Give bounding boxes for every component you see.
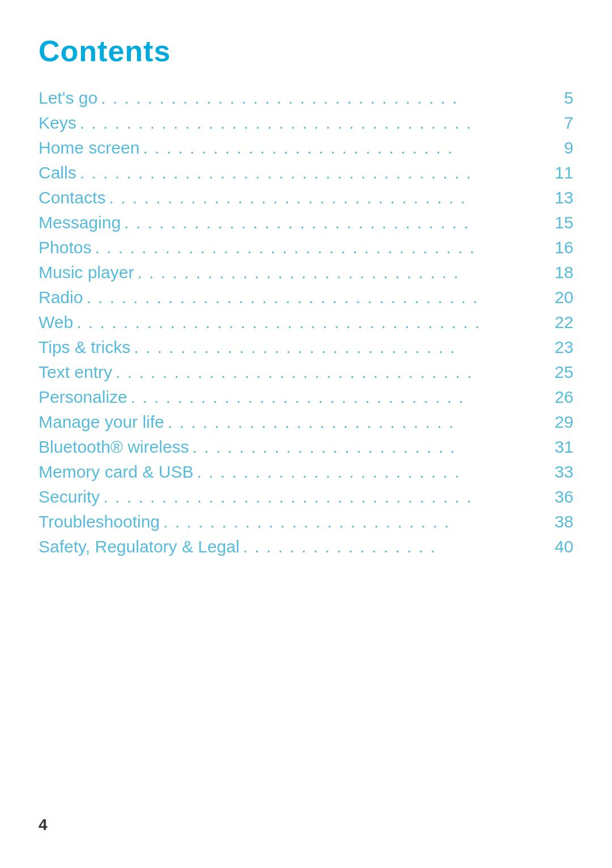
toc-page-number: 18 (555, 263, 573, 282)
toc-item: Safety, Regulatory & Legal. . . . . . . … (39, 537, 573, 556)
toc-dots: . . . . . . . . . . . . . . . . . . . . … (109, 188, 551, 207)
toc-dots: . . . . . . . . . . . . . . . . . . . . … (124, 213, 551, 232)
toc-item: Messaging. . . . . . . . . . . . . . . .… (39, 213, 573, 232)
toc-label: Messaging (39, 213, 121, 232)
toc-label: Contacts (39, 188, 105, 207)
toc-item: Let's go. . . . . . . . . . . . . . . . … (39, 88, 573, 108)
toc-label: Radio (39, 288, 83, 307)
toc-item: Tips & tricks. . . . . . . . . . . . . .… (39, 338, 573, 357)
toc-label: Calls (39, 163, 76, 182)
toc-dots: . . . . . . . . . . . . . . . . . . . . … (163, 512, 551, 531)
toc-label: Music player (39, 263, 134, 282)
toc-label: Personalize (39, 388, 128, 407)
toc-label: Web (39, 313, 73, 332)
toc-dots: . . . . . . . . . . . . . . . . . . . . … (131, 388, 551, 407)
toc-item: Calls. . . . . . . . . . . . . . . . . .… (39, 163, 573, 182)
table-of-contents: Let's go. . . . . . . . . . . . . . . . … (39, 88, 573, 556)
toc-page-number: 9 (556, 138, 573, 158)
toc-dots: . . . . . . . . . . . . . . . . . . . . … (137, 263, 551, 282)
toc-item: Bluetooth® wireless. . . . . . . . . . .… (39, 437, 573, 457)
toc-dots: . . . . . . . . . . . . . . . . . . . . … (134, 338, 551, 357)
toc-item: Home screen. . . . . . . . . . . . . . .… (39, 138, 573, 158)
toc-item: Music player. . . . . . . . . . . . . . … (39, 263, 573, 282)
toc-label: Home screen (39, 138, 139, 158)
toc-page-number: 36 (555, 487, 573, 507)
toc-page-number: 25 (555, 363, 573, 382)
toc-page-number: 20 (555, 288, 573, 307)
toc-page-number: 16 (555, 238, 573, 257)
toc-label: Memory card & USB (39, 462, 193, 482)
toc-label: Manage your life (39, 412, 164, 432)
toc-dots: . . . . . . . . . . . . . . . . . (243, 537, 551, 556)
toc-dots: . . . . . . . . . . . . . . . . . . . . … (103, 487, 551, 507)
toc-label: Photos (39, 238, 91, 257)
toc-page-number: 7 (556, 113, 573, 133)
toc-item: Memory card & USB. . . . . . . . . . . .… (39, 462, 573, 482)
toc-page-number: 31 (555, 437, 573, 457)
page-number: 4 (39, 816, 48, 834)
toc-label: Text entry (39, 363, 112, 382)
toc-item: Web. . . . . . . . . . . . . . . . . . .… (39, 313, 573, 332)
toc-page-number: 13 (555, 188, 573, 207)
toc-dots: . . . . . . . . . . . . . . . . . . . . … (95, 238, 551, 257)
toc-dots: . . . . . . . . . . . . . . . . . . . . … (80, 163, 551, 182)
toc-item: Text entry. . . . . . . . . . . . . . . … (39, 363, 573, 382)
toc-item: Contacts. . . . . . . . . . . . . . . . … (39, 188, 573, 207)
toc-page-number: 38 (555, 512, 573, 531)
toc-dots: . . . . . . . . . . . . . . . . . . . . … (76, 313, 551, 332)
toc-dots: . . . . . . . . . . . . . . . . . . . . … (86, 288, 551, 307)
toc-label: Let's go (39, 88, 97, 108)
toc-page-number: 26 (555, 388, 573, 407)
toc-page-number: 22 (555, 313, 573, 332)
toc-page-number: 23 (555, 338, 573, 357)
toc-item: Radio. . . . . . . . . . . . . . . . . .… (39, 288, 573, 307)
toc-item: Security. . . . . . . . . . . . . . . . … (39, 487, 573, 507)
toc-page-number: 33 (555, 462, 573, 482)
toc-dots: . . . . . . . . . . . . . . . . . . . . … (168, 412, 551, 432)
toc-label: Tips & tricks (39, 338, 130, 357)
toc-label: Troubleshooting (39, 512, 160, 531)
toc-item: Personalize. . . . . . . . . . . . . . .… (39, 388, 573, 407)
toc-label: Safety, Regulatory & Legal (39, 537, 240, 556)
toc-dots: . . . . . . . . . . . . . . . . . . . . … (116, 363, 551, 382)
toc-dots: . . . . . . . . . . . . . . . . . . . . … (197, 462, 551, 482)
page-title: Contents (39, 34, 573, 68)
toc-dots: . . . . . . . . . . . . . . . . . . . . … (193, 437, 551, 457)
toc-label: Bluetooth® wireless (39, 437, 189, 457)
toc-label: Security (39, 487, 100, 507)
toc-item: Keys. . . . . . . . . . . . . . . . . . … (39, 113, 573, 133)
toc-page-number: 40 (555, 537, 573, 556)
toc-page-number: 5 (556, 88, 573, 108)
toc-item: Troubleshooting. . . . . . . . . . . . .… (39, 512, 573, 531)
toc-item: Manage your life. . . . . . . . . . . . … (39, 412, 573, 432)
toc-page-number: 15 (555, 213, 573, 232)
toc-dots: . . . . . . . . . . . . . . . . . . . . … (101, 88, 553, 108)
toc-label: Keys (39, 113, 76, 133)
toc-page-number: 29 (555, 412, 573, 432)
toc-dots: . . . . . . . . . . . . . . . . . . . . … (143, 138, 553, 158)
toc-item: Photos. . . . . . . . . . . . . . . . . … (39, 238, 573, 257)
toc-dots: . . . . . . . . . . . . . . . . . . . . … (80, 113, 553, 133)
toc-page-number: 11 (555, 163, 573, 182)
